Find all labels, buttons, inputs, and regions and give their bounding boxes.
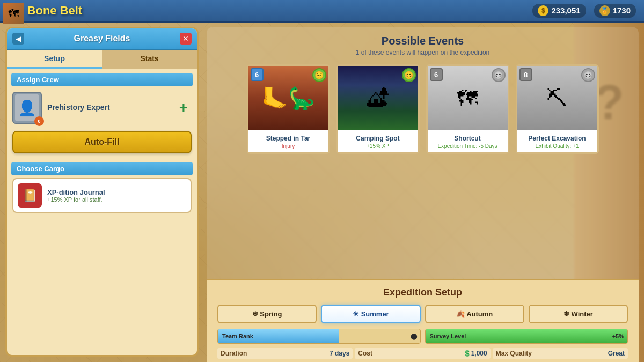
season-winter-button[interactable]: ❄ Winter [529,305,628,323]
coins-display: $ 233,051 [532,4,586,18]
info-row: Duration 7 days Cost 💲1,000 Max Quality … [217,348,628,359]
assign-crew-header: Assign Crew [11,73,193,86]
survey-level-bar: Survey Level +5% [425,329,628,344]
cost-label: Cost [358,350,372,357]
crew-badge: 0 [34,116,44,126]
crew-slot[interactable]: 👤 0 [12,92,42,124]
survey-level-bonus: +5% [612,333,627,339]
page-title: Bone Belt [27,4,533,18]
event-name-shortcut: Shortcut [432,135,503,142]
prev-location-button[interactable]: ◀ [12,33,24,45]
events-panel: Possible Events 1 of these events will h… [207,27,639,279]
event-card-tar[interactable]: 🦶🦕 6 😣 Stepped in Tar Injury [247,64,330,154]
max-quality-value: Great [608,350,625,357]
max-quality-label: Max Quality [496,350,532,357]
event-type-excavation: Exhibit Quality: +1 [522,143,593,149]
event-info-excavation: Perfect Excavation Exhibit Quality: +1 [517,130,597,152]
event-info-tar: Stepped in Tar Injury [248,130,328,152]
events-title: Possible Events [215,35,631,47]
event-name-tar: Stepped in Tar [253,135,324,142]
event-type-tar: Injury [253,143,324,149]
event-card-excavation[interactable]: ⛏ 8 😊 Perfect Excavation Exhibit Quality… [516,64,599,154]
choose-cargo-header: Choose Cargo [11,162,193,175]
setup-panel: Expedition Setup ❄ Spring ☀ Summer 🍂 Aut… [207,279,639,362]
survey-level-label: Survey Level [426,333,612,339]
cargo-desc: +15% XP for all staff. [47,196,105,203]
medals-value: 1730 [613,6,631,15]
event-emoji-shortcut: 😊 [492,68,506,82]
cost-value: 💲1,000 [463,350,487,357]
event-num-badge-shortcut: 6 [430,68,443,81]
event-num-badge-tar: 6 [251,68,264,81]
gold-value: 233,051 [551,6,580,15]
cost-cell: Cost 💲1,000 [355,348,490,359]
team-rank-bar: Team Rank ⬤ [217,329,421,344]
silhouette-icon: 👤 [18,99,36,117]
setup-title: Expedition Setup [217,287,628,298]
event-name-camp: Camping Spot [342,135,414,142]
add-crew-button[interactable]: + [175,100,192,116]
event-type-camp: +15% XP [342,143,414,149]
crew-area: 👤 0 Prehistory Expert + [7,89,197,127]
tab-stats[interactable]: Stats [102,50,197,69]
event-emoji-tar: 😣 [312,68,326,82]
gold-coin-icon: $ [538,5,548,16]
location-thumbnail: 🗺 [3,3,24,24]
panel-close-button[interactable]: ✕ [180,33,192,45]
season-autumn-button[interactable]: 🍂 Autumn [425,305,524,323]
event-art-excavation: ⛏ 8 😊 [517,66,597,130]
duration-cell: Duration 7 days [217,348,353,359]
events-subtitle: 1 of these events will happen on the exp… [215,49,631,56]
event-card-camp[interactable]: 🏕 😊 Camping Spot +15% XP [336,64,420,154]
event-art-shortcut: 🗺 6 😊 [428,66,508,130]
rank-survey-row: Team Rank ⬤ Survey Level +5% [217,329,628,344]
crew-name: Prehistory Expert [47,103,170,112]
duration-value: 7 days [330,350,349,357]
events-grid: 🦶🦕 6 😣 Stepped in Tar Injury 🏕 😊 Camping… [215,64,631,154]
crew-info: Prehistory Expert [47,103,170,113]
auto-fill-button[interactable]: Auto-Fill [12,131,192,153]
tab-setup[interactable]: Setup [7,50,102,69]
season-row: ❄ Spring ☀ Summer 🍂 Autumn ❄ Winter [217,305,628,323]
event-info-shortcut: Shortcut Expedition Time: -5 Days [428,130,508,152]
cargo-details: XP-dition Journal +15% XP for all staff. [47,188,105,203]
cargo-icon: 📔 [18,183,42,208]
max-quality-cell: Max Quality Great [493,348,628,359]
duration-label: Duration [221,350,247,357]
event-card-shortcut[interactable]: 🗺 6 😊 Shortcut Expedition Time: -5 Days [426,64,509,154]
event-type-shortcut: Expedition Time: -5 Days [432,143,503,149]
tab-bar: Setup Stats [7,50,197,69]
currency-group: $ 233,051 🏅 1730 [532,4,636,18]
medals-display: 🏅 1730 [594,4,636,18]
cargo-name: XP-dition Journal [47,188,105,196]
event-name-excavation: Perfect Excavation [522,135,593,142]
main-area: Possible Events 1 of these events will h… [207,27,639,357]
event-emoji-excavation: 😊 [581,68,595,82]
event-num-badge-excavation: 8 [519,68,532,81]
cargo-item[interactable]: 📔 XP-dition Journal +15% XP for all staf… [12,178,192,213]
top-bar: 🗺 Bone Belt $ 233,051 🏅 1730 [0,0,644,23]
event-art-camp: 🏕 😊 [338,66,418,130]
panel-header: ◀ Greasy Fields ✕ [7,28,197,50]
event-info-camp: Camping Spot +15% XP [338,130,418,152]
team-rank-circle: ⬤ [411,333,420,340]
location-name: Greasy Fields [74,34,130,43]
event-art-tar: 🦶🦕 6 😣 [248,66,328,130]
event-emoji-camp: 😊 [402,68,416,82]
season-summer-button[interactable]: ☀ Summer [321,305,420,323]
season-spring-button[interactable]: ❄ Spring [217,305,317,323]
medal-icon: 🏅 [599,5,610,16]
team-rank-label: Team Rank [218,333,411,339]
left-panel: ◀ Greasy Fields ✕ Setup Stats Assign Cre… [5,27,199,357]
